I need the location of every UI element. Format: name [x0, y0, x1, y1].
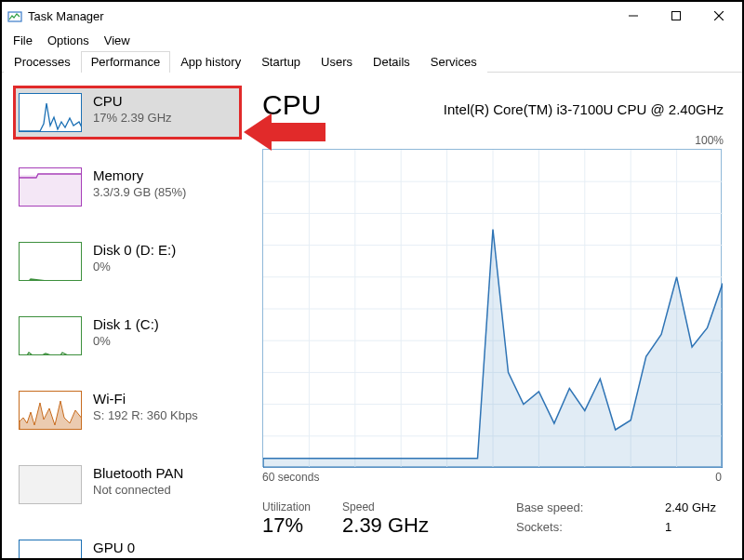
disk-thumb-icon: [19, 242, 82, 281]
sidebar-item-label: Memory: [93, 167, 186, 183]
disk-thumb-icon: [19, 316, 82, 355]
memory-thumb-icon: [19, 167, 82, 207]
gpu-thumb-icon: [19, 540, 82, 558]
stat-speed-label: Speed: [342, 500, 429, 513]
wifi-thumb-icon: [19, 391, 82, 430]
svg-rect-2: [672, 12, 681, 20]
content: CPU 17% 2.39 GHz Memory 3.3/3.9 GB (85%): [2, 73, 742, 558]
sidebar-item-wifi[interactable]: Wi-Fi S: 192 R: 360 Kbps: [15, 385, 240, 435]
stat-utilization-label: Utilization: [262, 500, 311, 513]
chart-ymax-label: 100%: [262, 134, 724, 147]
panel-title: CPU: [262, 89, 321, 121]
sidebar-item-sub: 17% 2.39 GHz: [93, 111, 172, 125]
sidebar-item-disk1[interactable]: Disk 1 (C:) 0%: [15, 311, 240, 361]
stats-row: Utilization 17% Speed 2.39 GHz Base spee…: [262, 500, 724, 538]
titlebar: Task Manager: [2, 2, 742, 30]
sidebar: CPU 17% 2.39 GHz Memory 3.3/3.9 GB (85%): [2, 73, 244, 558]
cpu-thumb-icon: [19, 93, 82, 132]
stat-speed-value: 2.39 GHz: [342, 513, 429, 538]
tabbar: Processes Performance App history Startu…: [2, 50, 742, 73]
sidebar-item-label: Disk 1 (C:): [93, 316, 159, 332]
stat-basespeed-value: 2.40 GHz: [665, 500, 716, 514]
tab-services[interactable]: Services: [420, 51, 487, 73]
tab-users[interactable]: Users: [311, 51, 363, 73]
sidebar-item-sub: Not connected: [93, 483, 183, 497]
minimize-button[interactable]: [612, 2, 655, 30]
sidebar-item-label: CPU: [93, 93, 172, 109]
cpu-model: Intel(R) Core(TM) i3-7100U CPU @ 2.40GHz: [444, 101, 724, 117]
sidebar-item-label: Wi-Fi: [93, 391, 198, 407]
sidebar-item-bluetooth[interactable]: Bluetooth PAN Not connected: [15, 460, 240, 510]
sidebar-item-disk0[interactable]: Disk 0 (D: E:) 0%: [15, 236, 240, 287]
menu-options[interactable]: Options: [40, 32, 97, 49]
menu-view[interactable]: View: [97, 32, 138, 49]
sidebar-item-memory[interactable]: Memory 3.3/3.9 GB (85%): [15, 162, 240, 212]
task-manager-icon: [7, 8, 22, 23]
sidebar-item-label: Bluetooth PAN: [93, 465, 183, 481]
stat-sockets-value: 1: [665, 520, 671, 534]
stat-sockets-label: Sockets:: [516, 520, 600, 534]
tab-processes[interactable]: Processes: [4, 51, 81, 73]
sidebar-item-sub: 0%: [93, 260, 176, 273]
svg-rect-5: [20, 175, 82, 207]
maximize-button[interactable]: [655, 2, 698, 30]
main-panel: CPU Intel(R) Core(TM) i3-7100U CPU @ 2.4…: [244, 73, 742, 558]
sidebar-item-sub: Intel(R) HD Graphics 620: [93, 557, 229, 558]
bluetooth-thumb-icon: [19, 465, 82, 504]
menu-file[interactable]: File: [6, 32, 40, 49]
tab-app-history[interactable]: App history: [170, 51, 251, 73]
sidebar-item-label: Disk 0 (D: E:): [93, 242, 176, 258]
tab-startup[interactable]: Startup: [251, 51, 311, 73]
svg-marker-6: [20, 401, 82, 430]
chart-xaxis-right: 0: [715, 471, 722, 484]
stat-basespeed-label: Base speed:: [516, 500, 600, 514]
tab-performance[interactable]: Performance: [81, 51, 170, 73]
svg-marker-25: [263, 230, 723, 469]
sidebar-item-sub: 3.3/3.9 GB (85%): [93, 185, 186, 199]
sidebar-item-sub: S: 192 R: 360 Kbps: [93, 408, 198, 422]
sidebar-item-label: GPU 0: [93, 540, 229, 555]
sidebar-item-gpu0[interactable]: GPU 0 Intel(R) HD Graphics 620: [15, 534, 240, 558]
chart-xaxis-left: 60 seconds: [262, 471, 319, 484]
stat-utilization-value: 17%: [262, 513, 311, 538]
tab-details[interactable]: Details: [363, 51, 420, 73]
close-button[interactable]: [698, 2, 740, 30]
sidebar-item-cpu[interactable]: CPU 17% 2.39 GHz: [15, 87, 240, 138]
cpu-utilization-chart: [262, 149, 722, 467]
sidebar-item-sub: 0%: [93, 334, 159, 348]
menubar: File Options View: [2, 30, 742, 50]
window-title: Task Manager: [28, 9, 104, 23]
